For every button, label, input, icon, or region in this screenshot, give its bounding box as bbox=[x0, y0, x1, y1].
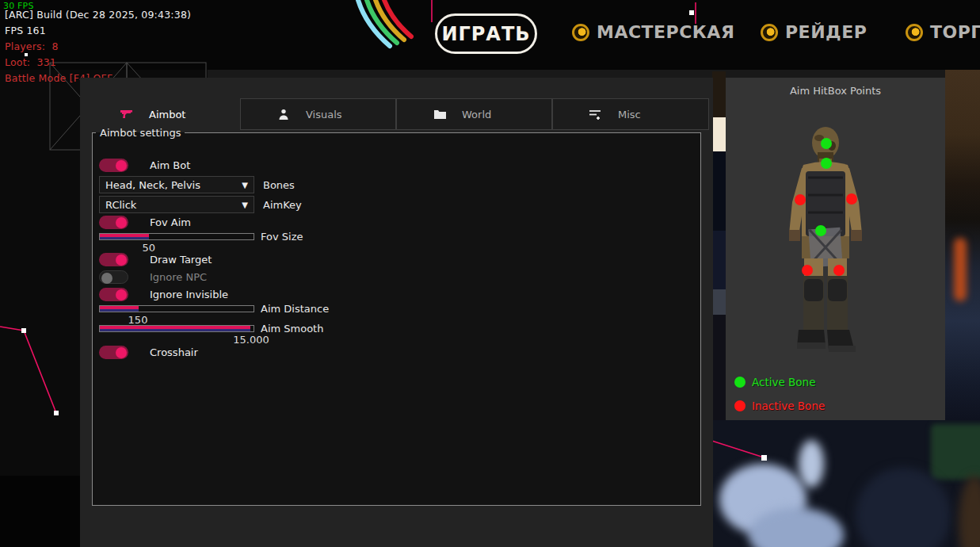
menu-item-label: РЕЙДЕР bbox=[785, 22, 867, 42]
aim-bot-toggle[interactable] bbox=[99, 159, 128, 172]
bones-label: Bones bbox=[263, 179, 295, 191]
slider-fill bbox=[100, 306, 139, 312]
aim-distance-value: 150 bbox=[128, 314, 148, 326]
ignore-invisible-toggle-row: Ignore Invisible bbox=[99, 288, 228, 301]
toggle-knob bbox=[116, 347, 127, 358]
hud-players-count: Players: 8 bbox=[5, 40, 59, 52]
ignore-npc-toggle[interactable] bbox=[99, 270, 128, 284]
tab-aimbot[interactable]: Aimbot bbox=[84, 98, 240, 130]
aim-distance-slider-row: 150 Aim Distance bbox=[99, 305, 254, 326]
background-bottom-left bbox=[0, 476, 80, 547]
fov-size-value: 50 bbox=[142, 242, 155, 254]
crosshair-toggle[interactable] bbox=[99, 346, 128, 359]
tab-world[interactable]: World bbox=[396, 98, 552, 130]
menu-item-workshop[interactable]: МАСТЕРСКАЯ bbox=[572, 22, 734, 42]
chevron-down-icon: ▼ bbox=[242, 181, 248, 189]
background-bottom-right-scene bbox=[705, 420, 980, 547]
toggle-knob bbox=[116, 289, 127, 300]
aimkey-label: AimKey bbox=[263, 199, 302, 211]
background-gap-strip bbox=[712, 231, 726, 289]
bones-dropdown-value: Head, Neck, Pelvis bbox=[105, 179, 242, 191]
bone-dot-right-hip[interactable] bbox=[833, 265, 845, 276]
legend-active-bone: Active Bone bbox=[734, 376, 815, 388]
ignore-npc-label: Ignore NPC bbox=[150, 271, 207, 283]
background-gap-strip bbox=[712, 151, 726, 231]
cheat-window: Aimbot Visuals World Misc bbox=[80, 78, 713, 547]
bone-dot-left-shoulder[interactable] bbox=[795, 194, 806, 205]
aimbot-settings-group: Aimbot settings Aim Bot Head, Neck, Pelv… bbox=[92, 127, 701, 506]
aim-distance-slider[interactable] bbox=[99, 305, 254, 312]
draw-target-toggle[interactable] bbox=[99, 253, 128, 266]
background-blur-shape bbox=[799, 440, 824, 488]
bones-dropdown-row: Head, Neck, Pelvis ▼ Bones bbox=[99, 176, 295, 193]
hud-fps: FPS 161 bbox=[5, 25, 46, 36]
trade-icon bbox=[906, 24, 923, 41]
bone-dot-neck[interactable] bbox=[821, 158, 832, 169]
legend-inactive-bone: Inactive Bone bbox=[734, 400, 825, 412]
tab-label: World bbox=[462, 109, 491, 120]
tab-misc[interactable]: Misc bbox=[552, 98, 709, 130]
bone-dot-pelvis[interactable] bbox=[815, 225, 826, 236]
background-blur-shape bbox=[959, 476, 980, 547]
aim-smooth-slider-row: 15.000 Aim Smooth bbox=[99, 325, 254, 346]
person-icon bbox=[276, 109, 291, 120]
group-title: Aimbot settings bbox=[96, 127, 185, 139]
toggle-knob bbox=[116, 217, 127, 228]
bone-dot-right-shoulder[interactable] bbox=[846, 193, 857, 205]
raider-icon bbox=[761, 24, 778, 41]
aim-bot-toggle-row: Aim Bot bbox=[99, 159, 190, 172]
background-gap-strip bbox=[712, 117, 726, 151]
menu-item-label: МАСТЕРСКАЯ bbox=[597, 22, 734, 42]
aim-hitbox-panel: Aim HitBox Points bbox=[726, 78, 945, 420]
workshop-icon bbox=[572, 24, 589, 41]
background-gap-strip bbox=[712, 71, 726, 117]
background-sign bbox=[931, 424, 980, 480]
crosshair-label: Crosshair bbox=[150, 346, 198, 358]
fov-aim-toggle-row: Fov Aim bbox=[99, 216, 191, 229]
background-gap-strip bbox=[712, 315, 726, 420]
ignore-invisible-toggle[interactable] bbox=[99, 288, 128, 301]
menu-item-trade[interactable]: ТОРГО bbox=[906, 22, 980, 42]
aim-smooth-label: Aim Smooth bbox=[261, 323, 323, 335]
background-blur-shape bbox=[856, 468, 951, 547]
fov-size-slider[interactable] bbox=[99, 233, 254, 240]
game-screen: ИГРАТЬ МАСТЕРСКАЯ РЕЙДЕР ТОРГО 30 FPS [A… bbox=[0, 0, 980, 547]
tab-label: Visuals bbox=[306, 109, 342, 120]
fov-size-slider-row: 50 Fov Size bbox=[99, 233, 254, 254]
sliders-icon bbox=[589, 109, 603, 120]
ignore-npc-toggle-row: Ignore NPC bbox=[99, 270, 207, 284]
tab-visuals[interactable]: Visuals bbox=[240, 98, 396, 130]
inactive-bone-dot-icon bbox=[734, 400, 745, 411]
pistol-icon bbox=[120, 109, 134, 120]
bone-dot-head[interactable] bbox=[821, 138, 832, 149]
tab-bar: Aimbot Visuals World Misc bbox=[84, 98, 709, 130]
menu-item-raider[interactable]: РЕЙДЕР bbox=[761, 22, 867, 42]
play-button[interactable]: ИГРАТЬ bbox=[435, 13, 537, 54]
tab-label: Misc bbox=[618, 109, 641, 120]
menu-item-label: ТОРГО bbox=[930, 22, 980, 42]
legend-label: Active Bone bbox=[752, 376, 815, 388]
aim-distance-label: Aim Distance bbox=[261, 303, 329, 315]
slider-fill bbox=[100, 326, 250, 331]
folder-icon bbox=[433, 109, 447, 119]
background-orange-object bbox=[954, 238, 967, 301]
draw-target-toggle-row: Draw Target bbox=[99, 253, 212, 266]
bones-dropdown[interactable]: Head, Neck, Pelvis ▼ bbox=[99, 176, 254, 193]
aim-smooth-slider[interactable] bbox=[99, 325, 254, 332]
hud-loot-count: Loot: 331 bbox=[5, 56, 56, 68]
rainbow-stripe bbox=[358, 0, 411, 46]
aimkey-dropdown-row: RClick ▼ AimKey bbox=[99, 196, 302, 213]
chevron-down-icon: ▼ bbox=[242, 201, 248, 209]
crosshair-toggle-row: Crosshair bbox=[99, 346, 198, 359]
fov-aim-toggle[interactable] bbox=[99, 216, 128, 229]
aim-bot-label: Aim Bot bbox=[150, 159, 190, 171]
background-gap-strip bbox=[712, 289, 726, 315]
player-model bbox=[762, 119, 889, 361]
hitbox-panel-title: Aim HitBox Points bbox=[726, 85, 945, 97]
bone-dot-left-hip[interactable] bbox=[802, 265, 813, 276]
aim-smooth-value: 15.000 bbox=[233, 334, 269, 346]
toggle-knob bbox=[101, 273, 112, 284]
aimkey-dropdown[interactable]: RClick ▼ bbox=[99, 196, 254, 213]
active-bone-dot-icon bbox=[734, 377, 745, 388]
fov-size-label: Fov Size bbox=[261, 231, 303, 243]
